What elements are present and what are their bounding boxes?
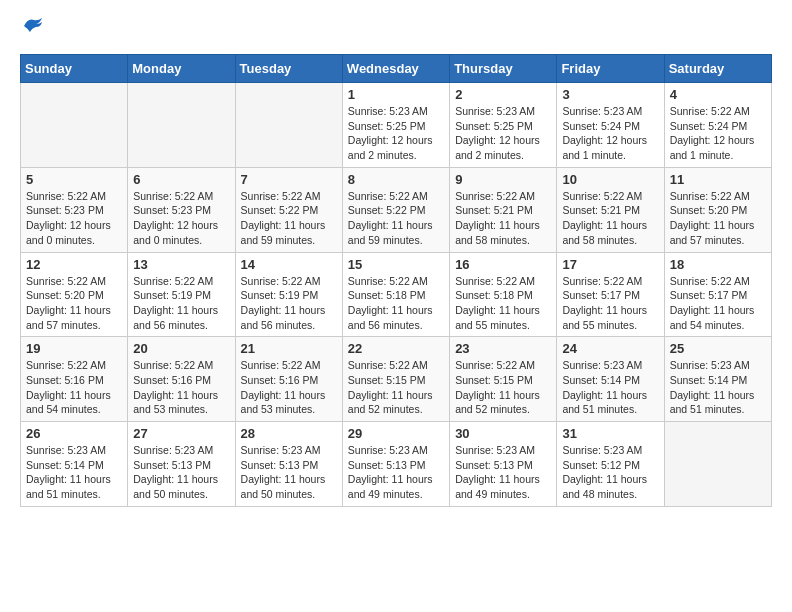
calendar-day-cell: 12Sunrise: 5:22 AM Sunset: 5:20 PM Dayli… bbox=[21, 252, 128, 337]
calendar-day-cell: 28Sunrise: 5:23 AM Sunset: 5:13 PM Dayli… bbox=[235, 422, 342, 507]
day-info: Sunrise: 5:22 AM Sunset: 5:20 PM Dayligh… bbox=[26, 274, 122, 333]
page-header bbox=[20, 20, 772, 38]
calendar-day-cell: 23Sunrise: 5:22 AM Sunset: 5:15 PM Dayli… bbox=[450, 337, 557, 422]
calendar-day-cell: 13Sunrise: 5:22 AM Sunset: 5:19 PM Dayli… bbox=[128, 252, 235, 337]
day-of-week-header: Sunday bbox=[21, 55, 128, 83]
calendar-week-row: 19Sunrise: 5:22 AM Sunset: 5:16 PM Dayli… bbox=[21, 337, 772, 422]
calendar-day-cell: 19Sunrise: 5:22 AM Sunset: 5:16 PM Dayli… bbox=[21, 337, 128, 422]
day-number: 18 bbox=[670, 257, 766, 272]
calendar-day-cell: 6Sunrise: 5:22 AM Sunset: 5:23 PM Daylig… bbox=[128, 167, 235, 252]
day-info: Sunrise: 5:22 AM Sunset: 5:22 PM Dayligh… bbox=[348, 189, 444, 248]
calendar-day-cell bbox=[235, 83, 342, 168]
day-number: 21 bbox=[241, 341, 337, 356]
day-number: 19 bbox=[26, 341, 122, 356]
day-number: 9 bbox=[455, 172, 551, 187]
calendar-day-cell: 17Sunrise: 5:22 AM Sunset: 5:17 PM Dayli… bbox=[557, 252, 664, 337]
day-info: Sunrise: 5:22 AM Sunset: 5:20 PM Dayligh… bbox=[670, 189, 766, 248]
calendar-week-row: 26Sunrise: 5:23 AM Sunset: 5:14 PM Dayli… bbox=[21, 422, 772, 507]
day-info: Sunrise: 5:22 AM Sunset: 5:21 PM Dayligh… bbox=[562, 189, 658, 248]
calendar-day-cell: 22Sunrise: 5:22 AM Sunset: 5:15 PM Dayli… bbox=[342, 337, 449, 422]
day-of-week-header: Friday bbox=[557, 55, 664, 83]
day-info: Sunrise: 5:23 AM Sunset: 5:13 PM Dayligh… bbox=[455, 443, 551, 502]
calendar-day-cell: 31Sunrise: 5:23 AM Sunset: 5:12 PM Dayli… bbox=[557, 422, 664, 507]
day-number: 12 bbox=[26, 257, 122, 272]
calendar-day-cell: 25Sunrise: 5:23 AM Sunset: 5:14 PM Dayli… bbox=[664, 337, 771, 422]
day-number: 29 bbox=[348, 426, 444, 441]
day-number: 31 bbox=[562, 426, 658, 441]
day-info: Sunrise: 5:22 AM Sunset: 5:18 PM Dayligh… bbox=[455, 274, 551, 333]
day-number: 1 bbox=[348, 87, 444, 102]
calendar-day-cell: 4Sunrise: 5:22 AM Sunset: 5:24 PM Daylig… bbox=[664, 83, 771, 168]
calendar-day-cell: 3Sunrise: 5:23 AM Sunset: 5:24 PM Daylig… bbox=[557, 83, 664, 168]
day-of-week-header: Thursday bbox=[450, 55, 557, 83]
day-info: Sunrise: 5:22 AM Sunset: 5:17 PM Dayligh… bbox=[670, 274, 766, 333]
day-info: Sunrise: 5:22 AM Sunset: 5:19 PM Dayligh… bbox=[133, 274, 229, 333]
calendar-day-cell: 30Sunrise: 5:23 AM Sunset: 5:13 PM Dayli… bbox=[450, 422, 557, 507]
day-number: 4 bbox=[670, 87, 766, 102]
calendar-day-cell: 9Sunrise: 5:22 AM Sunset: 5:21 PM Daylig… bbox=[450, 167, 557, 252]
day-of-week-header: Tuesday bbox=[235, 55, 342, 83]
day-number: 14 bbox=[241, 257, 337, 272]
calendar-header-row: SundayMondayTuesdayWednesdayThursdayFrid… bbox=[21, 55, 772, 83]
day-number: 16 bbox=[455, 257, 551, 272]
day-info: Sunrise: 5:23 AM Sunset: 5:24 PM Dayligh… bbox=[562, 104, 658, 163]
day-number: 30 bbox=[455, 426, 551, 441]
day-info: Sunrise: 5:22 AM Sunset: 5:19 PM Dayligh… bbox=[241, 274, 337, 333]
day-info: Sunrise: 5:23 AM Sunset: 5:14 PM Dayligh… bbox=[670, 358, 766, 417]
calendar-day-cell: 1Sunrise: 5:23 AM Sunset: 5:25 PM Daylig… bbox=[342, 83, 449, 168]
calendar-day-cell bbox=[664, 422, 771, 507]
day-info: Sunrise: 5:22 AM Sunset: 5:16 PM Dayligh… bbox=[241, 358, 337, 417]
calendar-day-cell bbox=[21, 83, 128, 168]
day-number: 10 bbox=[562, 172, 658, 187]
day-number: 24 bbox=[562, 341, 658, 356]
day-info: Sunrise: 5:22 AM Sunset: 5:24 PM Dayligh… bbox=[670, 104, 766, 163]
calendar-day-cell: 21Sunrise: 5:22 AM Sunset: 5:16 PM Dayli… bbox=[235, 337, 342, 422]
day-of-week-header: Saturday bbox=[664, 55, 771, 83]
calendar-day-cell bbox=[128, 83, 235, 168]
day-number: 2 bbox=[455, 87, 551, 102]
day-number: 17 bbox=[562, 257, 658, 272]
calendar-day-cell: 5Sunrise: 5:22 AM Sunset: 5:23 PM Daylig… bbox=[21, 167, 128, 252]
calendar-day-cell: 8Sunrise: 5:22 AM Sunset: 5:22 PM Daylig… bbox=[342, 167, 449, 252]
calendar-day-cell: 15Sunrise: 5:22 AM Sunset: 5:18 PM Dayli… bbox=[342, 252, 449, 337]
day-info: Sunrise: 5:23 AM Sunset: 5:14 PM Dayligh… bbox=[26, 443, 122, 502]
day-number: 15 bbox=[348, 257, 444, 272]
day-info: Sunrise: 5:23 AM Sunset: 5:13 PM Dayligh… bbox=[241, 443, 337, 502]
day-number: 5 bbox=[26, 172, 122, 187]
logo-bird-icon bbox=[22, 16, 44, 38]
calendar-day-cell: 2Sunrise: 5:23 AM Sunset: 5:25 PM Daylig… bbox=[450, 83, 557, 168]
day-number: 8 bbox=[348, 172, 444, 187]
calendar-day-cell: 18Sunrise: 5:22 AM Sunset: 5:17 PM Dayli… bbox=[664, 252, 771, 337]
calendar-day-cell: 16Sunrise: 5:22 AM Sunset: 5:18 PM Dayli… bbox=[450, 252, 557, 337]
calendar-week-row: 1Sunrise: 5:23 AM Sunset: 5:25 PM Daylig… bbox=[21, 83, 772, 168]
calendar-day-cell: 29Sunrise: 5:23 AM Sunset: 5:13 PM Dayli… bbox=[342, 422, 449, 507]
day-number: 27 bbox=[133, 426, 229, 441]
day-number: 3 bbox=[562, 87, 658, 102]
day-info: Sunrise: 5:23 AM Sunset: 5:25 PM Dayligh… bbox=[348, 104, 444, 163]
day-number: 25 bbox=[670, 341, 766, 356]
calendar-week-row: 12Sunrise: 5:22 AM Sunset: 5:20 PM Dayli… bbox=[21, 252, 772, 337]
day-info: Sunrise: 5:22 AM Sunset: 5:23 PM Dayligh… bbox=[133, 189, 229, 248]
day-number: 23 bbox=[455, 341, 551, 356]
calendar-day-cell: 27Sunrise: 5:23 AM Sunset: 5:13 PM Dayli… bbox=[128, 422, 235, 507]
day-number: 7 bbox=[241, 172, 337, 187]
calendar-day-cell: 10Sunrise: 5:22 AM Sunset: 5:21 PM Dayli… bbox=[557, 167, 664, 252]
day-info: Sunrise: 5:22 AM Sunset: 5:15 PM Dayligh… bbox=[455, 358, 551, 417]
calendar-day-cell: 11Sunrise: 5:22 AM Sunset: 5:20 PM Dayli… bbox=[664, 167, 771, 252]
calendar-day-cell: 7Sunrise: 5:22 AM Sunset: 5:22 PM Daylig… bbox=[235, 167, 342, 252]
calendar-day-cell: 14Sunrise: 5:22 AM Sunset: 5:19 PM Dayli… bbox=[235, 252, 342, 337]
calendar-table: SundayMondayTuesdayWednesdayThursdayFrid… bbox=[20, 54, 772, 507]
day-info: Sunrise: 5:22 AM Sunset: 5:17 PM Dayligh… bbox=[562, 274, 658, 333]
day-info: Sunrise: 5:23 AM Sunset: 5:25 PM Dayligh… bbox=[455, 104, 551, 163]
day-info: Sunrise: 5:23 AM Sunset: 5:14 PM Dayligh… bbox=[562, 358, 658, 417]
day-number: 20 bbox=[133, 341, 229, 356]
day-info: Sunrise: 5:22 AM Sunset: 5:23 PM Dayligh… bbox=[26, 189, 122, 248]
calendar-day-cell: 26Sunrise: 5:23 AM Sunset: 5:14 PM Dayli… bbox=[21, 422, 128, 507]
calendar-day-cell: 20Sunrise: 5:22 AM Sunset: 5:16 PM Dayli… bbox=[128, 337, 235, 422]
day-number: 13 bbox=[133, 257, 229, 272]
day-info: Sunrise: 5:22 AM Sunset: 5:22 PM Dayligh… bbox=[241, 189, 337, 248]
day-info: Sunrise: 5:23 AM Sunset: 5:12 PM Dayligh… bbox=[562, 443, 658, 502]
day-info: Sunrise: 5:22 AM Sunset: 5:18 PM Dayligh… bbox=[348, 274, 444, 333]
calendar-day-cell: 24Sunrise: 5:23 AM Sunset: 5:14 PM Dayli… bbox=[557, 337, 664, 422]
day-of-week-header: Monday bbox=[128, 55, 235, 83]
